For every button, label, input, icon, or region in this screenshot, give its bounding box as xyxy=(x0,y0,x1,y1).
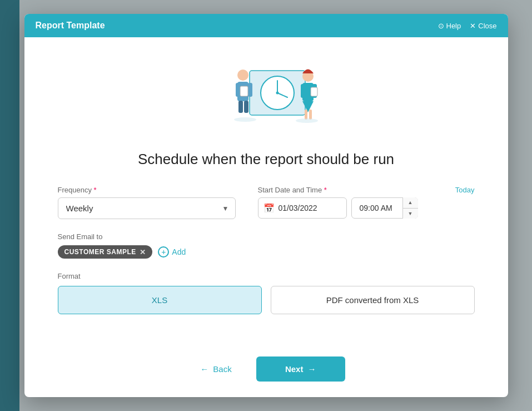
back-button[interactable]: ← Back xyxy=(187,356,245,382)
format-section: Format XLS PDF converted from XLS xyxy=(58,272,475,314)
add-circle-icon: + xyxy=(158,246,169,258)
svg-rect-16 xyxy=(305,110,307,120)
arrow-right-icon: → xyxy=(307,364,316,374)
date-label-row: Start Date and Time * Today xyxy=(258,186,475,194)
start-date-group: Start Date and Time * Today 📅 xyxy=(258,186,475,219)
svg-point-5 xyxy=(237,70,248,81)
svg-rect-17 xyxy=(309,110,312,120)
send-email-section: Send Email to CUSTOMER SAMPLE ✕ + Add xyxy=(58,232,475,259)
frequency-label: Frequency * xyxy=(58,186,236,194)
next-button[interactable]: Next → xyxy=(256,356,345,382)
tag-label: CUSTOMER SAMPLE xyxy=(64,248,136,256)
format-buttons: XLS PDF converted from XLS xyxy=(58,286,475,314)
start-date-label: Start Date and Time * xyxy=(258,186,327,194)
close-icon: ✕ xyxy=(470,22,476,30)
date-time-row: 📅 ▲ ▼ xyxy=(258,197,475,219)
svg-point-19 xyxy=(234,117,256,122)
modal-overlay: Report Template ⊙ Help ✕ Close xyxy=(0,0,532,411)
tag-close-button[interactable]: ✕ xyxy=(140,249,146,256)
svg-rect-18 xyxy=(311,87,317,96)
tags-row: CUSTOMER SAMPLE ✕ + Add xyxy=(58,245,475,259)
add-email-button[interactable]: + Add xyxy=(158,246,186,258)
help-button[interactable]: ⊙ Help xyxy=(438,22,461,30)
illustration xyxy=(58,54,475,137)
time-spinners: ▲ ▼ xyxy=(402,197,418,219)
customer-sample-tag: CUSTOMER SAMPLE ✕ xyxy=(58,245,153,259)
svg-rect-8 xyxy=(248,83,252,97)
arrow-left-icon: ← xyxy=(200,364,208,374)
modal-header: Report Template ⊙ Help ✕ Close xyxy=(24,14,508,37)
svg-rect-14 xyxy=(301,84,305,98)
header-actions: ⊙ Help ✕ Close xyxy=(438,22,497,30)
modal-title: Report Template xyxy=(36,21,105,31)
form-row-frequency-date: Frequency * Once Daily Weekly Monthly ▼ xyxy=(58,186,475,219)
time-spin-down-button[interactable]: ▼ xyxy=(403,209,418,219)
xls-format-button[interactable]: XLS xyxy=(58,286,262,314)
modal-heading: Schedule when the report should be run xyxy=(58,151,475,168)
required-star: * xyxy=(94,186,97,194)
svg-rect-11 xyxy=(240,86,248,96)
time-spin-up-button[interactable]: ▲ xyxy=(403,197,418,209)
today-link[interactable]: Today xyxy=(455,186,475,194)
svg-rect-10 xyxy=(244,101,248,113)
frequency-select[interactable]: Once Daily Weekly Monthly xyxy=(58,197,236,219)
pdf-format-button[interactable]: PDF converted from XLS xyxy=(271,286,475,314)
send-email-label: Send Email to xyxy=(58,232,475,241)
modal-footer: ← Back Next → xyxy=(24,348,508,397)
svg-rect-9 xyxy=(238,101,243,113)
date-input-wrapper: 📅 xyxy=(258,197,347,219)
date-input[interactable] xyxy=(258,197,347,219)
time-wrapper: ▲ ▼ xyxy=(351,197,418,219)
report-template-modal: Report Template ⊙ Help ✕ Close xyxy=(24,14,508,397)
modal-body: Schedule when the report should be run F… xyxy=(24,37,508,348)
help-icon: ⊙ xyxy=(438,22,444,30)
required-star-date: * xyxy=(324,186,327,194)
frequency-group: Frequency * Once Daily Weekly Monthly ▼ xyxy=(58,186,236,219)
format-label: Format xyxy=(58,272,475,280)
svg-rect-7 xyxy=(236,83,240,97)
svg-point-20 xyxy=(296,118,318,123)
frequency-select-wrapper: Once Daily Weekly Monthly ▼ xyxy=(58,197,236,219)
close-button[interactable]: ✕ Close xyxy=(470,22,496,30)
